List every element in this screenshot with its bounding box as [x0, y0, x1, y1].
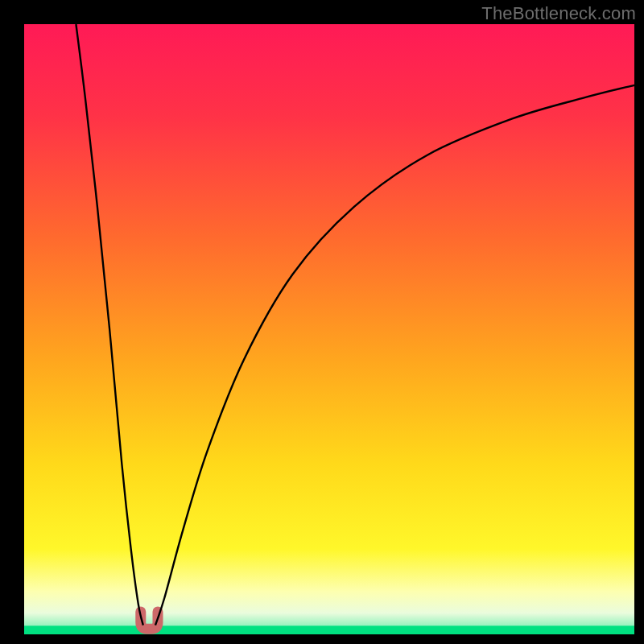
chart-svg — [0, 0, 644, 644]
plot-area — [24, 24, 634, 634]
bottom-stripe — [24, 625, 634, 634]
watermark-text: TheBottleneck.com — [481, 3, 636, 24]
chart-canvas: TheBottleneck.com — [0, 0, 644, 644]
